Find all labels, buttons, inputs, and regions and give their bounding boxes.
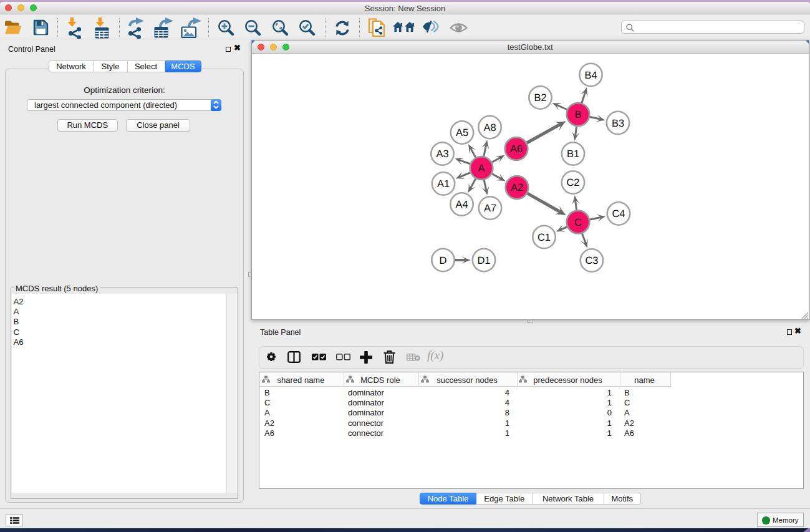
svg-text:B2: B2 bbox=[534, 92, 546, 104]
svg-text:C3: C3 bbox=[585, 255, 598, 266]
svg-text:D: D bbox=[440, 255, 447, 266]
svg-text:A4: A4 bbox=[455, 199, 468, 210]
svg-text:A8: A8 bbox=[483, 122, 496, 133]
svg-text:A1: A1 bbox=[437, 178, 450, 190]
svg-text:A7: A7 bbox=[484, 203, 496, 214]
svg-text:C2: C2 bbox=[566, 177, 579, 188]
svg-text:C: C bbox=[574, 217, 582, 228]
svg-text:B4: B4 bbox=[584, 70, 597, 81]
svg-text:A2: A2 bbox=[511, 182, 523, 193]
svg-text:A: A bbox=[478, 163, 485, 174]
svg-text:B: B bbox=[574, 109, 581, 120]
svg-text:D1: D1 bbox=[477, 255, 490, 266]
svg-text:A6: A6 bbox=[510, 143, 523, 155]
svg-text:C4: C4 bbox=[612, 208, 625, 220]
svg-text:C1: C1 bbox=[538, 232, 551, 243]
svg-text:A5: A5 bbox=[456, 127, 468, 138]
svg-text:A3: A3 bbox=[436, 148, 448, 160]
svg-text:B1: B1 bbox=[567, 148, 579, 160]
svg-text:B3: B3 bbox=[612, 118, 624, 129]
